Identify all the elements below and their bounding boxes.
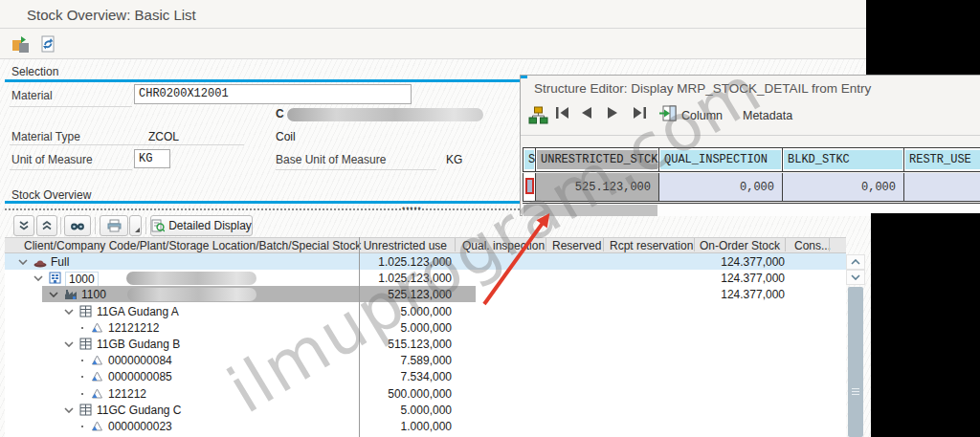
print-dropdown-button[interactable] — [129, 215, 142, 236]
chevron-down-icon[interactable] — [64, 407, 74, 413]
se-column-header-blkd-stkc[interactable]: BLKD_STKC — [783, 147, 904, 172]
redaction-box-bottom — [871, 213, 980, 437]
refresh-icon[interactable] — [38, 34, 57, 55]
redacted-text — [127, 288, 256, 301]
column-icon[interactable] — [658, 105, 677, 121]
table-row[interactable]: 0000000084 7.589,000 — [5, 352, 846, 368]
collapse-all-icon — [41, 220, 53, 231]
splitter-bar[interactable] — [5, 208, 520, 210]
column-divider — [359, 237, 360, 437]
stock-table-body: Full 1.025.123,000 124.377,000 1000 1.02… — [5, 253, 846, 437]
table-row[interactable]: 0000000023 1.000,000 — [5, 418, 846, 434]
storage-location-icon — [79, 338, 92, 350]
batch-icon — [91, 321, 103, 334]
column-header-unrestricted[interactable]: Unrestricted use — [359, 239, 447, 252]
on-order-value: 124.377,000 — [697, 288, 785, 301]
tree-node-label[interactable]: 1000 — [65, 272, 99, 287]
se-row-selector-cell[interactable] — [523, 173, 536, 202]
row-selected-icon — [525, 178, 534, 194]
material-description-prefix: C — [276, 107, 284, 120]
base-uom-value: KG — [446, 153, 462, 166]
detailed-display-label: Detailed Display — [168, 219, 252, 232]
se-cell-qual-inspection[interactable]: 0,000 — [659, 173, 783, 202]
next-entry-icon[interactable] — [607, 106, 619, 120]
chevron-down-icon[interactable] — [49, 292, 58, 297]
leaf-bullet — [81, 426, 83, 427]
leaf-bullet — [81, 376, 83, 378]
detailed-display-button[interactable]: Detailed Display — [150, 215, 253, 236]
tree-node-label[interactable]: 0000000084 — [108, 354, 172, 367]
redacted-text — [287, 108, 483, 121]
se-cell-blkd-stkc[interactable]: 0,000 — [783, 173, 904, 202]
services-for-object-icon[interactable] — [11, 35, 33, 55]
batch-icon — [91, 420, 103, 432]
unrestricted-value: 7.534,000 — [359, 370, 452, 383]
se-column-header-s[interactable]: S — [523, 147, 536, 172]
structure-editor-window: Structure Editor: Display MRP_STOCK_DETA… — [520, 75, 980, 216]
hierarchy-icon[interactable] — [528, 106, 548, 124]
tree-node-label[interactable]: Full — [51, 255, 69, 269]
print-button[interactable] — [100, 215, 128, 236]
tree-node-label[interactable]: 1100 — [81, 288, 106, 301]
leaf-bullet — [81, 393, 83, 395]
tree-node-label[interactable]: 11GB Gudang B — [97, 338, 180, 351]
tree-node-label[interactable]: 11GA Gudang A — [97, 305, 179, 318]
client-icon — [33, 255, 47, 268]
se-cell-restr-use[interactable] — [904, 173, 980, 202]
base-uom-label: Base Unit of Measure — [276, 153, 386, 166]
window-accent-mark — [521, 76, 527, 78]
selection-divider — [5, 79, 520, 82]
table-row[interactable]: 12121212 5.000,000 — [5, 319, 846, 336]
unrestricted-value: 5.000,000 — [359, 305, 452, 318]
table-row[interactable]: 121212 500.000,000 — [5, 385, 846, 402]
storage-location-icon — [79, 305, 92, 317]
unrestricted-value: 525.123,000 — [359, 288, 452, 301]
se-cell-unrestricted-stck[interactable]: 525.123,000 — [536, 173, 659, 202]
metadata-menu-label[interactable]: Metadata — [743, 109, 792, 122]
chevron-down-icon[interactable] — [64, 309, 74, 315]
print-dropdown-icon — [135, 228, 140, 232]
find-button[interactable] — [64, 215, 91, 236]
uom-label: Unit of Measure — [11, 153, 93, 166]
tree-node-label[interactable]: 11GC Gudang C — [97, 404, 182, 417]
se-column-header-restr-use[interactable]: RESTR_USE — [904, 147, 980, 172]
material-type-description: Coil — [276, 130, 296, 143]
leaf-bullet — [81, 327, 83, 329]
last-entry-icon[interactable] — [633, 106, 647, 120]
material-input[interactable]: CHR0200X12001 — [134, 84, 412, 104]
splitter-grip[interactable]: ••••• — [402, 204, 422, 213]
column-menu-label[interactable]: Column — [681, 109, 723, 122]
tree-node-label[interactable]: 0000000023 — [108, 420, 172, 433]
chevron-down-icon[interactable] — [64, 341, 74, 347]
table-row[interactable]: 11GB Gudang B 515.123,000 — [5, 336, 846, 352]
chevron-down-icon[interactable] — [18, 259, 28, 265]
previous-entry-icon[interactable] — [580, 106, 592, 120]
unrestricted-value: 1.025.123,000 — [359, 272, 452, 285]
scrollbar-thumb[interactable] — [848, 287, 863, 437]
batch-icon — [91, 387, 103, 400]
collapse-all-button[interactable] — [36, 215, 57, 236]
se-column-header-unrestricted-stck[interactable]: UNRESTRICTED_STCK — [536, 147, 659, 172]
expand-all-icon — [18, 220, 30, 231]
table-row[interactable]: 11GC Gudang C 5.000,000 — [5, 402, 846, 418]
chevron-down-icon[interactable] — [33, 275, 43, 281]
table-row-selected[interactable]: 1100 525.123,000 124.377,000 — [5, 286, 846, 302]
tree-node-label[interactable]: 0000000085 — [108, 370, 172, 383]
expand-all-button[interactable] — [13, 215, 34, 236]
unrestricted-value: 500.000,000 — [359, 387, 452, 401]
tree-node-label[interactable]: 121212 — [108, 387, 146, 401]
page-title: Stock Overview: Basic List — [27, 7, 196, 23]
stock-overview-section-title: Stock Overview — [11, 188, 91, 202]
tree-node-label[interactable]: 12121212 — [108, 321, 159, 335]
material-label: Material — [11, 89, 53, 102]
storage-location-icon — [79, 404, 92, 416]
se-column-header-qual-inspection[interactable]: QUAL_INSPECTION — [659, 147, 783, 172]
column-header-hierarchy[interactable]: Client/Company Code/Plant/Storage Locati… — [24, 239, 361, 252]
plant-icon — [64, 288, 78, 300]
first-entry-icon[interactable] — [555, 106, 569, 120]
uom-input[interactable]: KG — [134, 149, 170, 168]
table-row[interactable]: 11GA Gudang A 5.000,000 — [5, 303, 846, 319]
table-row[interactable]: 0000000085 7.534,000 — [5, 368, 846, 384]
find-icon — [70, 220, 85, 232]
unrestricted-value: 1.025.123,000 — [359, 255, 452, 269]
